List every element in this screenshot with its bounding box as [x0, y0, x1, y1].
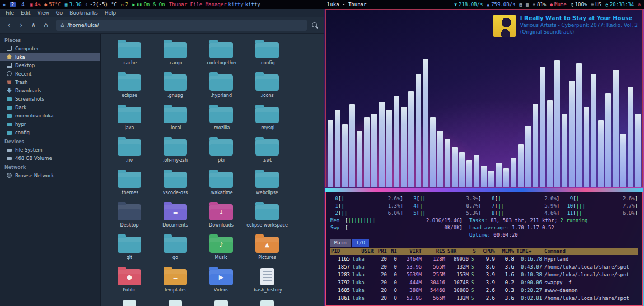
menu-item[interactable]: Bookmarks — [66, 10, 101, 16]
file-item[interactable] — [198, 298, 244, 306]
file-item[interactable]: ≡ Templates — [152, 265, 198, 298]
sidebar-item[interactable]: Screenshots — [0, 95, 100, 103]
tray-icon-1[interactable]: ▤ — [520, 2, 522, 7]
back-button[interactable]: ‹ — [3, 20, 15, 31]
htop-column-header[interactable]: PRI — [375, 248, 389, 255]
file-icon — [255, 204, 279, 220]
file-item[interactable]: .swt — [244, 135, 290, 168]
file-item[interactable]: eclipse — [106, 70, 152, 103]
file-item[interactable]: .local — [152, 103, 198, 135]
volume-module[interactable]: ♫100% — [571, 2, 587, 7]
search-icon[interactable] — [311, 22, 318, 29]
htop-column-header[interactable]: NI — [389, 248, 399, 255]
sidebar-item[interactable]: 468 GB Volume — [0, 154, 100, 162]
file-item[interactable]: ● Public — [106, 265, 152, 298]
htop-column-header[interactable]: RES — [423, 248, 447, 255]
file-icon — [118, 237, 141, 253]
file-item[interactable]: .bash_history — [244, 265, 290, 298]
menu-item[interactable]: Help — [101, 10, 120, 16]
power-icon[interactable]: ⊙ — [638, 2, 641, 7]
sidebar-item[interactable]: Dark — [0, 103, 100, 111]
file-item[interactable]: ♪ Music — [198, 233, 244, 265]
tray-icon-2[interactable]: ▥ — [526, 2, 529, 7]
file-icon — [255, 42, 279, 58]
sidebar-item[interactable]: momciloviciluka — [0, 111, 100, 120]
file-item[interactable]: webclipse — [244, 168, 290, 200]
home-button[interactable]: ⌂ — [40, 20, 52, 31]
file-item[interactable]: .hyprland — [198, 70, 244, 103]
file-item[interactable] — [106, 298, 152, 306]
clock-module[interactable]: ◔20:33:34 — [605, 2, 634, 7]
workspace-button-2[interactable]: 2 — [10, 2, 16, 7]
htop-process-row: 3792luka200444M3041610748S3.90.20:00.06s… — [330, 279, 638, 286]
file-item[interactable]: ↓ Downloads — [198, 200, 244, 233]
path-bar[interactable]: ⌂ /home/luka/ — [56, 20, 307, 31]
taskbar-window-button[interactable]: kitty — [245, 2, 260, 7]
media-module[interactable]: ▶▮▮On & On — [132, 2, 165, 7]
file-item[interactable]: .mozilla — [198, 103, 244, 135]
htop-column-header[interactable]: TIME+ — [516, 248, 544, 255]
sidebar-item[interactable]: Downloads — [0, 86, 100, 95]
sidebar-item[interactable]: Recent — [0, 69, 100, 78]
cpu-module: ▣4% — [30, 2, 41, 7]
file-item[interactable]: .wakatime — [198, 168, 244, 200]
htop-column-header[interactable]: SHR — [447, 248, 470, 255]
file-item[interactable]: .oh-my-zsh — [152, 135, 198, 168]
workspace-button-4[interactable]: 4 — [20, 2, 26, 7]
file-item[interactable]: .cargo — [152, 38, 198, 70]
file-item[interactable]: pki — [198, 135, 244, 168]
file-item[interactable]: .themes — [106, 168, 152, 200]
htop-column-header[interactable]: CPU% — [478, 248, 497, 255]
file-item[interactable]: ≡ Documents — [152, 200, 198, 233]
taskbar-window-button[interactable]: kitty — [228, 2, 244, 7]
sidebar-section-network: Network — [0, 162, 100, 171]
htop-column-header[interactable]: Command — [544, 248, 638, 255]
file-item[interactable] — [244, 298, 290, 306]
menu-item[interactable]: Go — [53, 10, 66, 16]
htop-column-header[interactable]: VIRT — [399, 248, 423, 255]
sidebar-item[interactable]: Computer — [0, 44, 100, 53]
sidebar-item[interactable]: Trash — [0, 78, 100, 86]
sidebar-item[interactable]: hypr — [0, 120, 100, 128]
file-item[interactable]: .config — [244, 38, 290, 70]
file-item[interactable]: java — [106, 103, 152, 135]
file-item[interactable]: go — [152, 233, 198, 265]
sidebar-section-devices: Devices — [0, 136, 100, 145]
file-item[interactable]: ▶ Videos — [198, 265, 244, 298]
file-item[interactable]: .cache — [106, 38, 152, 70]
file-item[interactable]: .nv — [106, 135, 152, 168]
file-item[interactable]: git — [106, 233, 152, 265]
file-item[interactable]: ▲ Pictures — [244, 233, 290, 265]
file-item[interactable]: .mysql — [244, 103, 290, 135]
cpu-core-meter: 11[||6.0%] — [565, 209, 638, 216]
sidebar-item[interactable]: config — [0, 128, 100, 136]
taskbar-window-button[interactable]: Thunar File Manager — [169, 2, 227, 7]
file-icon: ≡ — [164, 204, 187, 220]
up-button[interactable]: ∧ — [28, 20, 39, 31]
visualizer-bar — [598, 120, 604, 187]
sidebar-item[interactable]: Browse Network — [0, 171, 100, 180]
forward-button[interactable]: › — [16, 20, 27, 31]
menu-item[interactable]: Edit — [17, 10, 34, 16]
file-item[interactable]: .gnupg — [152, 70, 198, 103]
file-item[interactable]: .codetogether — [198, 38, 244, 70]
cpu-core-meter: 6[|2.6%] — [487, 195, 560, 202]
sidebar-item[interactable]: luka — [0, 53, 100, 61]
file-item[interactable]: vscode-oss — [152, 168, 198, 200]
file-item[interactable]: Desktop — [106, 200, 152, 233]
file-item[interactable] — [152, 298, 198, 306]
htop-tab-main[interactable]: Main — [330, 239, 351, 247]
sidebar-item[interactable]: File System — [0, 145, 100, 154]
htop-column-header[interactable]: MEM% — [497, 248, 516, 255]
sidebar-item[interactable]: Desktop — [0, 61, 100, 69]
microphone-module[interactable]: ●Mute — [550, 2, 567, 7]
htop-tab-io[interactable]: I/O — [352, 239, 369, 247]
file-item[interactable]: eclipse-workspace — [244, 200, 290, 233]
file-item[interactable]: .icons — [244, 70, 290, 103]
menu-item[interactable]: File — [2, 10, 17, 16]
file-label: Documents — [162, 223, 188, 228]
htop-column-header[interactable]: PID — [330, 248, 352, 255]
htop-column-header[interactable]: USER — [352, 248, 375, 255]
menu-item[interactable]: View — [34, 10, 53, 16]
htop-column-header[interactable]: S — [470, 248, 478, 255]
